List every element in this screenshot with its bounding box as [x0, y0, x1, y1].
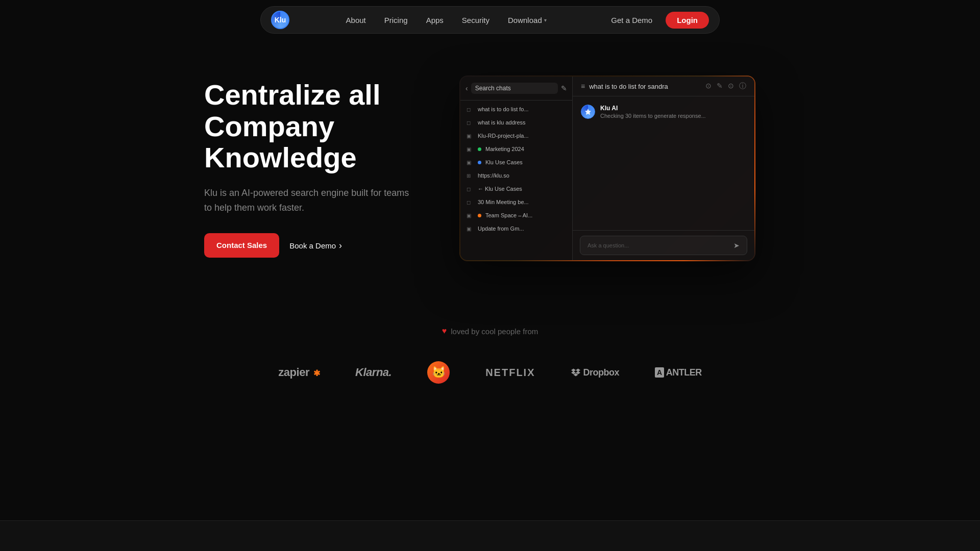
list-item[interactable]: ⊞ https://klu.so: [460, 169, 572, 182]
list-item[interactable]: ▣ Update from Gm...: [460, 222, 572, 235]
loved-title: ♥ loved by cool people from: [204, 327, 776, 336]
status-dot-orange: [478, 214, 481, 217]
message-text: Checking 30 items to generate response..…: [600, 113, 706, 119]
brand-dropbox: Dropbox: [571, 367, 620, 378]
nav-download[interactable]: Download ▾: [501, 13, 554, 28]
status-dot-blue: [478, 161, 481, 164]
hero-title: Centralize all Company Knowledge: [204, 79, 419, 173]
message-item: Klu AI Checking 30 items to generate res…: [581, 105, 746, 119]
brand-avatar: 🐱: [427, 361, 450, 384]
nav-actions: Get a Demo Login: [603, 12, 709, 29]
avatar: [581, 105, 595, 119]
message-content: Klu AI Checking 30 items to generate res…: [600, 105, 706, 119]
list-item[interactable]: ◻ what is to do list fo...: [460, 103, 572, 116]
chat-input[interactable]: Ask a question... ➤: [580, 236, 747, 255]
login-button[interactable]: Login: [666, 12, 709, 29]
nav-apps[interactable]: Apps: [419, 13, 451, 28]
message-sender: Klu AI: [600, 105, 706, 112]
doc-icon: ▣: [467, 133, 474, 139]
share-icon[interactable]: ⊙: [705, 82, 712, 91]
list-item[interactable]: ◻ what is klu address: [460, 116, 572, 129]
hero-text: Centralize all Company Knowledge Klu is …: [204, 79, 419, 258]
input-placeholder: Ask a question...: [587, 242, 729, 248]
nav-pricing[interactable]: Pricing: [377, 13, 415, 28]
book-demo-button[interactable]: Book a Demo ›: [289, 240, 342, 251]
get-demo-button[interactable]: Get a Demo: [603, 12, 660, 29]
hero-cta: Contact Sales Book a Demo ›: [204, 233, 419, 258]
brands-list: zapier ✱ Klarna. 🐱 NETFLIX Dropbox A ANT…: [204, 361, 776, 384]
sidebar-search-bar: ‹ Search chats ✎: [460, 77, 572, 101]
dropbox-icon: [571, 368, 580, 377]
contact-sales-button[interactable]: Contact Sales: [204, 233, 279, 258]
send-icon[interactable]: ➤: [733, 241, 740, 249]
list-item[interactable]: ▣ Marketing 2024: [460, 142, 572, 156]
chevron-down-icon: ▾: [544, 17, 547, 23]
doc-icon: ▣: [467, 160, 474, 165]
hero-subtitle: Klu is an AI-powered search engine built…: [204, 186, 419, 215]
navbar: Klu About Pricing Apps Security Download…: [260, 6, 720, 34]
info-icon[interactable]: ⓘ: [739, 82, 746, 91]
chat-messages: Klu AI Checking 30 items to generate res…: [573, 96, 754, 230]
status-dot-green: [478, 147, 481, 151]
chat-header-actions: ⊙ ✎ ⊙ ⓘ: [705, 82, 746, 91]
list-item[interactable]: ▣ Team Space – AI...: [460, 209, 572, 222]
chat-icon: ◻: [467, 199, 474, 205]
edit-icon[interactable]: ✎: [717, 82, 723, 91]
nav-about[interactable]: About: [339, 13, 373, 28]
app-window: ‹ Search chats ✎ ◻ what is to do list fo…: [459, 76, 755, 261]
sidebar-search-input[interactable]: Search chats: [471, 83, 558, 94]
link-icon: ⊞: [467, 173, 474, 179]
list-item[interactable]: ▣ Klu-RD-project-pla...: [460, 129, 572, 142]
chat-icon: ◻: [467, 120, 474, 126]
logo[interactable]: Klu: [271, 11, 289, 29]
bottom-bar: [0, 520, 980, 551]
clock-icon[interactable]: ⊙: [728, 82, 734, 91]
arrow-right-icon: ›: [339, 240, 342, 251]
chat-icon: ◻: [467, 186, 474, 192]
app-inner: ‹ Search chats ✎ ◻ what is to do list fo…: [460, 77, 754, 260]
list-item[interactable]: ◻ 30 Min Meeting be...: [460, 195, 572, 209]
brand-zapier: zapier ✱: [278, 366, 320, 379]
app-main: ≡ what is to do list for sandra ⊙ ✎ ⊙ ⓘ: [573, 77, 754, 260]
brand-klarna: Klarna.: [355, 366, 391, 379]
chat-header: ≡ what is to do list for sandra ⊙ ✎ ⊙ ⓘ: [573, 77, 754, 96]
app-screenshot: ‹ Search chats ✎ ◻ what is to do list fo…: [459, 76, 755, 261]
list-item[interactable]: ▣ Klu Use Cases: [460, 156, 572, 169]
app-sidebar: ‹ Search chats ✎ ◻ what is to do list fo…: [460, 77, 573, 260]
heart-icon: ♥: [442, 327, 447, 336]
brand-netflix: NETFLIX: [485, 367, 535, 379]
doc-icon: ▣: [467, 146, 474, 152]
chat-header-title: what is to do list for sandra: [589, 83, 701, 90]
loved-section: ♥ loved by cool people from zapier ✱ Kla…: [0, 306, 980, 414]
back-icon[interactable]: ‹: [465, 84, 468, 92]
edit-icon[interactable]: ✎: [561, 84, 567, 92]
hero-section: Centralize all Company Knowledge Klu is …: [0, 0, 980, 306]
brand-antler: A ANTLER: [655, 367, 702, 378]
sidebar-list: ◻ what is to do list fo... ◻ what is klu…: [460, 101, 572, 260]
doc-icon: ▣: [467, 226, 474, 232]
chat-icon: ◻: [467, 107, 474, 112]
list-item[interactable]: ◻ ← Klu Use Cases: [460, 182, 572, 195]
nav-links: About Pricing Apps Security Download ▾: [300, 13, 593, 28]
nav-security[interactable]: Security: [455, 13, 497, 28]
doc-icon: ▣: [467, 213, 474, 218]
menu-icon: ≡: [581, 82, 585, 90]
chat-input-area: Ask a question... ➤: [573, 230, 754, 260]
